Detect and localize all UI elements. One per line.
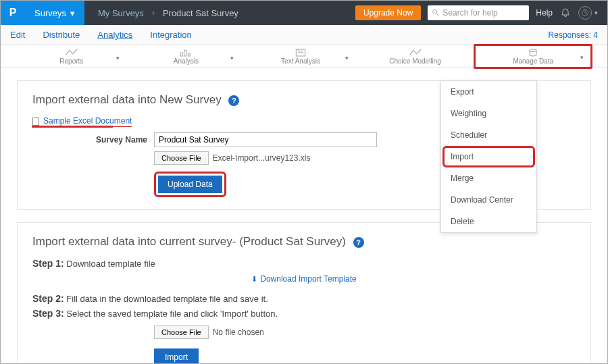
annotation-line: [32, 126, 113, 128]
upgrade-now-button[interactable]: Upgrade Now: [355, 5, 421, 20]
svg-line-4: [585, 13, 587, 14]
chosen-file-name: Excel-Import...urvey123.xls: [213, 153, 311, 163]
choose-file-button[interactable]: Choose File: [154, 326, 209, 339]
step-1-label: Step 1:: [32, 258, 64, 269]
annotation-highlight: Upload Data: [154, 172, 226, 197]
breadcrumb-my-surveys[interactable]: My Surveys: [98, 8, 144, 18]
import-button[interactable]: Import: [154, 348, 199, 364]
menu-import[interactable]: Import: [444, 147, 534, 166]
responses-count[interactable]: Responses: 4: [549, 30, 598, 40]
help-icon[interactable]: ?: [228, 95, 239, 106]
help-link[interactable]: Help: [536, 8, 553, 18]
tool-analysis[interactable]: Analysis ▾: [129, 45, 244, 68]
menu-weighting[interactable]: Weighting: [441, 103, 536, 124]
manage-data-dropdown: Export Weighting Scheduler Import Merge …: [440, 80, 537, 233]
no-file-chosen: No file chosen: [213, 328, 264, 337]
import-current-title-text: Import external data into current survey…: [32, 235, 346, 248]
tab-distribute[interactable]: Distribute: [43, 30, 80, 40]
surveys-dropdown[interactable]: Surveys ▾: [25, 1, 84, 25]
breadcrumb: My Surveys › Product Sat Survey: [98, 8, 238, 18]
tool-reports[interactable]: Reports ▾: [14, 45, 129, 68]
chevron-down-icon: ▾: [580, 54, 584, 61]
step-2-label: Step 2:: [32, 293, 64, 304]
import-current-title: Import external data into current survey…: [32, 235, 576, 249]
tab-analytics[interactable]: Analytics: [97, 30, 132, 40]
svg-point-11: [530, 49, 536, 51]
search-input[interactable]: Search for help: [428, 5, 529, 20]
tool-analysis-label: Analysis: [174, 57, 199, 65]
step-3-text: Select the saved template file and click…: [64, 309, 278, 319]
user-menu[interactable]: ▾: [578, 6, 598, 20]
surveys-label: Surveys: [34, 8, 66, 18]
analysis-icon: [179, 48, 193, 57]
breadcrumb-current-survey: Product Sat Survey: [163, 8, 238, 18]
chevron-down-icon: ▾: [116, 55, 120, 61]
upload-data-button[interactable]: Upload Data: [158, 176, 222, 193]
tool-choice-modelling-label: Choice Modelling: [389, 57, 441, 65]
menu-scheduler[interactable]: Scheduler: [441, 124, 536, 146]
app-logo-icon[interactable]: P: [1, 1, 25, 25]
chevron-down-icon: ▾: [230, 55, 234, 61]
svg-rect-7: [188, 54, 191, 56]
step-1-text: Download template file: [64, 259, 155, 269]
text-icon: [294, 48, 307, 57]
survey-name-input[interactable]: [154, 132, 377, 147]
chevron-right-icon: ›: [152, 8, 155, 18]
svg-rect-6: [184, 51, 186, 56]
svg-point-0: [433, 10, 437, 14]
chevron-down-icon: ▾: [70, 8, 75, 18]
tool-text-analysis[interactable]: Text Analysis ▾: [243, 45, 358, 68]
svg-line-1: [436, 14, 439, 16]
search-placeholder: Search for help: [442, 8, 497, 18]
step-1: Step 1: Download template file: [32, 258, 576, 269]
step-3-label: Step 3:: [32, 308, 64, 319]
help-icon[interactable]: ?: [353, 237, 364, 248]
chart-icon: [65, 48, 78, 57]
import-new-title-text: Import external data into New Survey: [32, 93, 222, 106]
avatar-icon: [578, 6, 592, 20]
svg-rect-5: [180, 53, 182, 56]
survey-name-label: Survey Name: [32, 135, 154, 145]
step-3: Step 3: Select the saved template file a…: [32, 308, 576, 319]
database-icon: [526, 48, 540, 57]
top-bar: P Surveys ▾ My Surveys › Product Sat Sur…: [1, 1, 607, 25]
step-2-text: Fill data in the downloaded template fil…: [64, 294, 268, 304]
tool-text-analysis-label: Text Analysis: [281, 57, 320, 65]
step-2: Step 2: Fill data in the downloaded temp…: [32, 293, 576, 304]
tool-manage-data[interactable]: Manage Data ▾: [474, 44, 592, 69]
choice-icon: [409, 48, 422, 57]
tool-choice-modelling[interactable]: Choice Modelling: [358, 45, 473, 68]
tab-edit[interactable]: Edit: [10, 30, 25, 40]
notifications-bell-icon[interactable]: [559, 7, 572, 19]
download-template-link[interactable]: Download Import Template: [251, 274, 357, 284]
menu-delete[interactable]: Delete: [441, 211, 536, 232]
analytics-toolbar: Reports ▾ Analysis ▾ Text Analysis ▾ Cho…: [1, 45, 607, 68]
document-icon: [32, 118, 39, 126]
menu-download-center[interactable]: Download Center: [441, 189, 536, 211]
import-current-survey-panel: Import external data into current survey…: [17, 222, 591, 364]
tool-manage-data-label: Manage Data: [513, 57, 553, 65]
search-icon: [432, 9, 440, 17]
chevron-down-icon: ▾: [345, 55, 349, 61]
main-tabs: Edit Distribute Analytics Integration Re…: [1, 25, 607, 45]
tool-reports-label: Reports: [59, 57, 83, 65]
choose-file-button[interactable]: Choose File: [154, 151, 209, 165]
menu-export[interactable]: Export: [441, 81, 536, 103]
chevron-down-icon: ▾: [594, 9, 598, 16]
menu-merge[interactable]: Merge: [441, 167, 536, 189]
tab-integration[interactable]: Integration: [150, 30, 191, 40]
